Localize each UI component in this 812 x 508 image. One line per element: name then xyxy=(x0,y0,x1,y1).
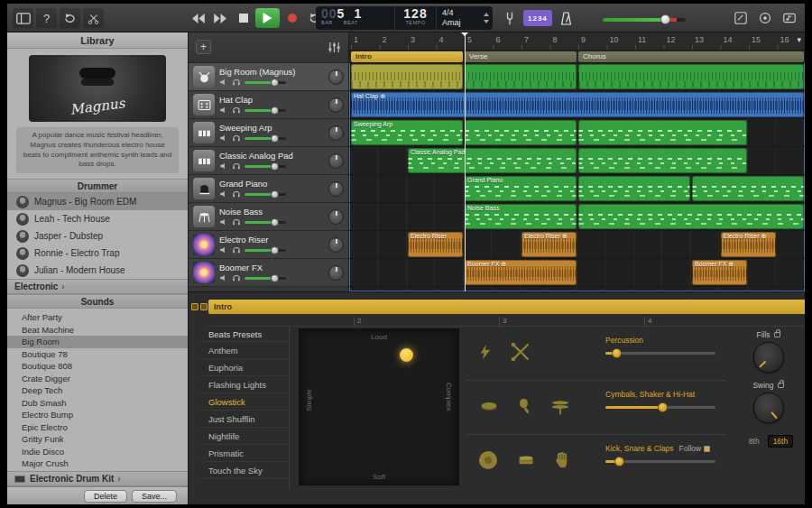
track-header-hat-clap[interactable]: Hat Clap xyxy=(189,91,348,119)
save-button[interactable]: Save... xyxy=(132,490,177,503)
drumsticks-icon[interactable] xyxy=(510,341,531,366)
xy-pad[interactable]: Loud Soft Simple Complex xyxy=(299,328,459,485)
region-noise-bass[interactable]: Noise Bass xyxy=(465,204,577,229)
region-segment[interactable] xyxy=(465,120,577,145)
mute-icon[interactable] xyxy=(219,78,228,87)
sound-item-after-party[interactable]: After Party xyxy=(7,311,188,324)
editor-region-bar[interactable]: Intro xyxy=(208,300,805,314)
drum-row-slider[interactable] xyxy=(605,460,715,463)
region-lanes[interactable]: Hat Clap ⊕Sweeping ArpClassic Analog Pad… xyxy=(349,63,805,291)
mute-icon[interactable] xyxy=(219,245,228,254)
xy-pad-puck[interactable] xyxy=(400,348,413,362)
tuner-button[interactable] xyxy=(499,8,520,28)
solo-icon[interactable] xyxy=(232,189,241,199)
solo-icon[interactable] xyxy=(232,78,241,87)
drum-row-slider[interactable] xyxy=(605,406,715,409)
track-volume-knob[interactable] xyxy=(271,246,279,254)
track-volume-knob[interactable] xyxy=(271,190,279,199)
region-segment[interactable] xyxy=(578,64,804,89)
solo-icon[interactable] xyxy=(232,106,241,115)
region-boomer-fx[interactable]: Boomer FX ⊕ xyxy=(692,260,747,285)
pan-knob[interactable] xyxy=(328,125,344,141)
playhead[interactable] xyxy=(465,32,466,291)
count-in-button[interactable]: 1234 xyxy=(523,10,552,26)
sound-item-dub-smash[interactable]: Dub Smash xyxy=(7,397,188,410)
hi-hat-icon[interactable] xyxy=(549,396,571,420)
rewind-button[interactable] xyxy=(188,8,208,28)
notepad-button[interactable] xyxy=(730,8,751,28)
mute-icon[interactable] xyxy=(219,106,228,115)
mute-icon[interactable] xyxy=(219,162,228,171)
rate-button-8th[interactable]: 8th xyxy=(743,435,765,448)
fills-knob[interactable] xyxy=(753,342,784,373)
solo-icon[interactable] xyxy=(232,245,241,254)
region-electro-riser[interactable]: Electro Riser ⊕ xyxy=(721,232,776,257)
sound-item-epic-electro[interactable]: Epic Electro xyxy=(7,421,188,434)
pan-knob[interactable] xyxy=(328,153,344,169)
region-segment[interactable] xyxy=(578,204,804,229)
forward-button[interactable] xyxy=(210,8,231,28)
track-volume-slider[interactable] xyxy=(245,109,286,112)
swing-knob[interactable] xyxy=(753,393,784,423)
region-grand-piano[interactable]: Grand Piano xyxy=(465,176,577,201)
timeline[interactable]: ▾12345678910111213141516 IntroVerseChoru… xyxy=(349,32,805,291)
solo-icon[interactable] xyxy=(232,162,241,171)
pan-knob[interactable] xyxy=(328,181,344,197)
preset-item-touch-the-sky[interactable]: Touch the Sky xyxy=(201,462,289,479)
cycle-section-button[interactable] xyxy=(60,8,80,28)
mute-icon[interactable] xyxy=(219,273,228,282)
drum-row-slider-knob[interactable] xyxy=(614,457,624,466)
track-header-electro-riser[interactable]: Electro Riser xyxy=(189,231,348,259)
region-electro-riser[interactable]: Electro Riser ⊕ xyxy=(521,232,577,257)
master-volume-knob[interactable] xyxy=(660,14,670,24)
record-button[interactable] xyxy=(281,8,302,28)
tambourine-icon[interactable] xyxy=(477,397,501,419)
arrangement-marker-verse[interactable]: Verse xyxy=(465,51,577,62)
lcd-dropdown-icon[interactable] xyxy=(483,12,490,24)
preset-item-glowstick[interactable]: Glowstick xyxy=(201,393,289,411)
drummer-item-leah-tech-house[interactable]: Leah - Tech House xyxy=(7,210,188,227)
play-button[interactable] xyxy=(255,8,280,28)
sound-item-electro-bump[interactable]: Electro Bump xyxy=(7,409,188,421)
preset-item-just-shufflin[interactable]: Just Shufflin xyxy=(201,411,289,428)
sound-item-boutique-78[interactable]: Boutique 78 xyxy=(7,348,188,361)
region-segment[interactable] xyxy=(578,120,747,145)
shaker-icon[interactable] xyxy=(517,396,533,420)
drummer-item-jasper-dubstep[interactable]: Jasper - Dubstep xyxy=(7,227,188,245)
solo-icon[interactable] xyxy=(232,217,241,226)
region-segment[interactable] xyxy=(692,176,804,201)
editors-toggle-button[interactable] xyxy=(83,8,104,28)
region-hat-clap[interactable]: Hat Clap ⊕ xyxy=(351,92,804,117)
drummer-item-julian-modern-house[interactable]: Julian - Modern House xyxy=(7,262,188,279)
solo-icon[interactable] xyxy=(232,134,241,143)
editor-region-menu-icon[interactable] xyxy=(191,303,198,310)
region-classic-analog-pad[interactable]: Classic Analog Pad xyxy=(408,148,577,173)
preset-item-nightlife[interactable]: Nightlife xyxy=(201,428,289,445)
drum-row-slider-knob[interactable] xyxy=(658,402,668,412)
drummer-item-ronnie-electro-trap[interactable]: Ronnie - Electro Trap xyxy=(7,245,188,262)
pan-knob[interactable] xyxy=(328,97,344,113)
rate-button-16th[interactable]: 16th xyxy=(768,435,794,448)
pan-knob[interactable] xyxy=(328,237,344,253)
track-volume-slider[interactable] xyxy=(245,165,286,168)
sound-item-crate-digger[interactable]: Crate Digger xyxy=(7,373,188,385)
region-segment[interactable] xyxy=(465,64,577,89)
region-electro-riser[interactable]: Electro Riser xyxy=(408,232,463,257)
sound-item-boutique-808[interactable]: Boutique 808 xyxy=(7,360,188,373)
sound-item-gritty-funk[interactable]: Gritty Funk xyxy=(7,433,188,446)
track-header-grand-piano[interactable]: Grand Piano xyxy=(189,175,348,203)
track-volume-knob[interactable] xyxy=(271,134,279,143)
region-segment[interactable] xyxy=(578,148,747,173)
region-sweeping-arp[interactable]: Sweeping Arp xyxy=(351,120,463,145)
drum-row-slider[interactable] xyxy=(605,352,715,355)
quick-help-button[interactable]: ? xyxy=(36,8,57,28)
arrangement-marker-chorus[interactable]: Chorus xyxy=(578,51,804,62)
track-volume-slider[interactable] xyxy=(245,137,286,140)
sound-item-indie-disco[interactable]: Indie Disco xyxy=(7,446,188,458)
lcd-display[interactable]: 0051 BARBEAT 128 TEMPO 4/4 Amaj xyxy=(316,6,493,30)
track-volume-knob[interactable] xyxy=(271,106,279,115)
kick-drum-icon[interactable] xyxy=(477,449,499,475)
pan-knob[interactable] xyxy=(328,265,344,281)
stop-button[interactable] xyxy=(233,8,254,28)
track-volume-slider[interactable] xyxy=(245,249,286,252)
